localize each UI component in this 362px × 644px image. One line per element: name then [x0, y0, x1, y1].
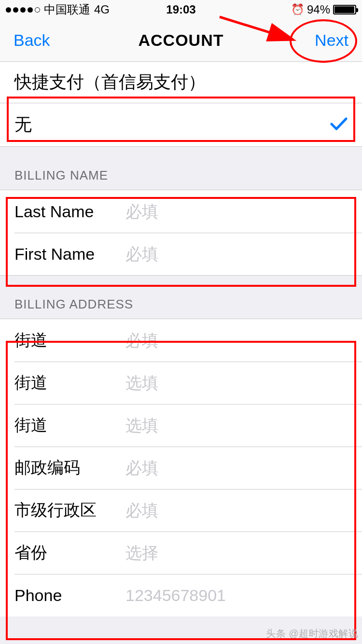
province-label: 省份 — [14, 542, 125, 564]
nav-bar: Back ACCOUNT Next — [0, 19, 362, 62]
billing-address-header: BILLING ADDRESS — [0, 276, 362, 319]
status-bar: 中国联通 4G 19:03 ⏰ 94% — [0, 0, 362, 19]
last-name-label: Last Name — [14, 202, 125, 221]
street1-input[interactable] — [125, 331, 348, 350]
back-button[interactable]: Back — [14, 31, 50, 50]
postal-label: 邮政编码 — [14, 457, 125, 479]
last-name-row[interactable]: Last Name — [0, 190, 362, 233]
first-name-row[interactable]: First Name — [0, 233, 362, 275]
street1-row[interactable]: 街道 — [0, 319, 362, 362]
province-input[interactable] — [125, 544, 348, 562]
first-name-label: First Name — [14, 245, 125, 264]
street2-input[interactable] — [125, 374, 348, 392]
postal-row[interactable]: 邮政编码 — [0, 447, 362, 489]
signal-icon — [6, 7, 40, 13]
payment-group: 快捷支付（首信易支付） 无 — [0, 62, 362, 147]
street3-row[interactable]: 街道 — [0, 404, 362, 447]
status-time: 19:03 — [166, 3, 195, 16]
phone-label: Phone — [14, 586, 125, 605]
page-title: ACCOUNT — [139, 31, 224, 50]
battery-label: 94% — [307, 3, 330, 16]
street2-row[interactable]: 街道 — [0, 362, 362, 404]
city-label: 市级行政区 — [14, 499, 125, 521]
payment-none-label: 无 — [14, 113, 32, 137]
street3-label: 街道 — [14, 414, 125, 436]
street2-label: 街道 — [14, 372, 125, 394]
city-row[interactable]: 市级行政区 — [0, 489, 362, 532]
battery-icon — [333, 5, 356, 14]
street3-input[interactable] — [125, 416, 348, 435]
first-name-input[interactable] — [125, 245, 348, 264]
billing-address-group: 街道 街道 街道 邮政编码 市级行政区 省份 Phone — [0, 319, 362, 616]
status-right: ⏰ 94% — [291, 3, 356, 16]
billing-name-header: BILLING NAME — [0, 147, 362, 190]
network-label: 4G — [94, 3, 110, 16]
last-name-input[interactable] — [125, 202, 348, 221]
alarm-icon: ⏰ — [291, 3, 304, 16]
phone-row[interactable]: Phone — [0, 574, 362, 616]
checkmark-icon — [330, 114, 348, 136]
billing-name-group: Last Name First Name — [0, 190, 362, 276]
payment-method-row[interactable]: 快捷支付（首信易支付） — [0, 62, 362, 103]
payment-none-row[interactable]: 无 — [0, 103, 362, 146]
next-button[interactable]: Next — [315, 31, 348, 50]
province-row[interactable]: 省份 — [0, 532, 362, 574]
carrier-label: 中国联通 — [44, 2, 90, 17]
city-input[interactable] — [125, 501, 348, 520]
payment-method-label: 快捷支付（首信易支付） — [14, 72, 206, 92]
street1-label: 街道 — [14, 329, 125, 351]
status-left: 中国联通 4G — [6, 2, 110, 17]
watermark: 头条 @超时游戏解说 — [266, 627, 358, 640]
postal-input[interactable] — [125, 459, 348, 477]
phone-input[interactable] — [125, 586, 348, 605]
